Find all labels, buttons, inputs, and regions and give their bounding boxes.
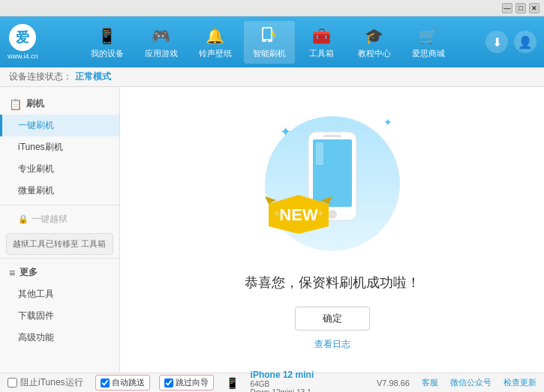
- nav-my-device[interactable]: 📱 我的设备: [82, 21, 133, 64]
- customer-service-link[interactable]: 客服: [422, 377, 438, 388]
- bottom-left: 阻止iTunes运行 自动跳送 跳过向导 📱 iPhone 12 mini 64…: [8, 370, 314, 393]
- my-device-icon: 📱: [97, 25, 118, 46]
- status-bar: 设备连接状态： 正常模式: [0, 67, 544, 87]
- svg-point-2: [266, 40, 268, 42]
- svg-text:✦: ✦: [316, 208, 325, 220]
- nav-store-label: 爱思商城: [412, 48, 445, 59]
- confirm-button[interactable]: 确定: [295, 307, 370, 331]
- device-name: iPhone 12 mini: [251, 370, 314, 380]
- nav-store[interactable]: 🛒 爱思商城: [403, 21, 454, 64]
- sidebar-item-micro-flash[interactable]: 微量刷机: [0, 180, 119, 202]
- sidebar-item-other-tools[interactable]: 其他工具: [0, 283, 119, 305]
- device-details: iPhone 12 mini 64GB Down-12mini-13,1: [251, 370, 314, 393]
- nav-tutorial-label: 教程中心: [358, 48, 391, 59]
- sidebar-item-one-click-flash[interactable]: 一键刷机: [0, 115, 119, 136]
- logo-url: www.i4.cn: [8, 52, 38, 60]
- device-storage: 64GB: [251, 380, 314, 388]
- toolbox-icon: 🧰: [311, 25, 332, 46]
- again-link[interactable]: 查看日志: [314, 338, 350, 351]
- flash-section-label: 刷机: [26, 97, 44, 110]
- sidebar-section-jailbreak: 🔒 一键越狱: [0, 208, 119, 230]
- svg-rect-1: [263, 28, 271, 39]
- sidebar-item-advanced[interactable]: 高级功能: [0, 327, 119, 349]
- title-bar: — □ ✕: [0, 0, 544, 16]
- user-button[interactable]: 👤: [514, 31, 536, 53]
- minimize-button[interactable]: —: [502, 3, 512, 13]
- skip-wizard-checkbox-item: 跳过向导: [159, 375, 214, 391]
- nav-apps-games[interactable]: 🎮 应用游戏: [136, 21, 187, 64]
- sidebar-section-flash: 📋 刷机: [0, 93, 119, 115]
- nav-bar: 📱 我的设备 🎮 应用游戏 🔔 铃声壁纸 智能刷机 🧰 工具箱: [50, 21, 485, 64]
- download-button[interactable]: ⬇: [485, 31, 508, 53]
- sidebar: 📋 刷机 一键刷机 iTunes刷机 专业刷机 微量刷机 🔒 一键越狱 越狱工具…: [0, 87, 120, 373]
- nav-smart-flash-label: 智能刷机: [253, 48, 286, 59]
- version-label: V7.98.66: [377, 379, 410, 388]
- svg-rect-6: [323, 135, 341, 137]
- bottom-bar: 阻止iTunes运行 自动跳送 跳过向导 📱 iPhone 12 mini 64…: [0, 373, 544, 392]
- more-section-label: 更多: [20, 266, 38, 279]
- sidebar-item-pro-flash[interactable]: 专业刷机: [0, 158, 119, 180]
- device-model: Down-12mini-13,1: [251, 388, 314, 393]
- header-right: ⬇ 👤: [485, 31, 536, 53]
- new-badge: NEW ✦ ✦: [265, 189, 332, 236]
- store-icon: 🛒: [418, 25, 439, 46]
- more-section-icon: ≡: [9, 267, 15, 279]
- status-label: 设备连接状态：: [9, 70, 72, 83]
- sidebar-divider-2: [0, 258, 119, 259]
- header: 爱 www.i4.cn 📱 我的设备 🎮 应用游戏 🔔 铃声壁纸: [0, 16, 544, 67]
- skip-wizard-checkbox[interactable]: [164, 379, 173, 388]
- nav-toolbox-label: 工具箱: [309, 48, 334, 59]
- smart-flash-icon: [259, 25, 280, 46]
- sidebar-section-more: ≡ 更多: [0, 262, 119, 283]
- wechat-link[interactable]: 微信公众号: [450, 377, 491, 388]
- nav-smart-flash[interactable]: 智能刷机: [244, 21, 295, 64]
- jailbreak-notice: 越狱工具已转移至 工具箱: [6, 233, 113, 255]
- auto-send-checkbox[interactable]: [101, 379, 110, 388]
- flash-section-icon: 📋: [9, 98, 22, 110]
- success-message: 恭喜您，保资料刷机成功啦！: [245, 274, 420, 292]
- stop-itunes-label: 阻止iTunes运行: [20, 376, 83, 389]
- skip-wizard-label: 跳过向导: [176, 377, 209, 388]
- sparkle-icon-tl: ✦: [280, 124, 291, 140]
- bottom-right: V7.98.66 客服 微信公众号 检查更新: [377, 377, 536, 388]
- logo-icon: 爱: [9, 24, 36, 51]
- content-area: ✦ ✦: [120, 87, 544, 373]
- check-update-link[interactable]: 检查更新: [503, 377, 536, 388]
- stop-itunes-checkbox[interactable]: [8, 378, 17, 388]
- checkbox-group: 自动跳送 跳过向导: [95, 375, 214, 391]
- nav-my-device-label: 我的设备: [91, 48, 124, 59]
- auto-send-label: 自动跳送: [112, 377, 145, 388]
- stop-itunes-area: 阻止iTunes运行: [8, 376, 83, 389]
- logo[interactable]: 爱 www.i4.cn: [8, 24, 38, 60]
- apps-games-icon: 🎮: [151, 25, 172, 46]
- device-phone-icon: 📱: [226, 377, 239, 389]
- ringtones-icon: 🔔: [205, 25, 226, 46]
- auto-send-checkbox-item: 自动跳送: [95, 375, 150, 391]
- lock-icon: 🔒: [18, 214, 29, 224]
- svg-text:✦: ✦: [272, 208, 281, 220]
- tutorial-icon: 🎓: [364, 25, 385, 46]
- svg-rect-7: [316, 142, 323, 165]
- close-button[interactable]: ✕: [529, 3, 539, 13]
- main-layout: 📋 刷机 一键刷机 iTunes刷机 专业刷机 微量刷机 🔒 一键越狱 越狱工具…: [0, 87, 544, 373]
- nav-ringtones-label: 铃声壁纸: [199, 48, 232, 59]
- nav-apps-games-label: 应用游戏: [145, 48, 178, 59]
- nav-tutorial[interactable]: 🎓 教程中心: [349, 21, 400, 64]
- status-value: 正常模式: [75, 70, 111, 83]
- sidebar-item-itunes-flash[interactable]: iTunes刷机: [0, 136, 119, 158]
- nav-toolbox[interactable]: 🧰 工具箱: [298, 21, 346, 64]
- sidebar-item-download-firmware[interactable]: 下载固件: [0, 305, 119, 327]
- nav-ringtones[interactable]: 🔔 铃声壁纸: [190, 21, 241, 64]
- svg-text:NEW: NEW: [279, 205, 318, 224]
- phone-illustration: ✦ ✦: [257, 109, 407, 259]
- device-info: 📱: [226, 377, 239, 389]
- sparkle-icon-tr: ✦: [383, 116, 392, 128]
- sidebar-divider-1: [0, 205, 119, 205]
- maximize-button[interactable]: □: [515, 3, 526, 13]
- jailbreak-label: 一键越狱: [32, 213, 68, 226]
